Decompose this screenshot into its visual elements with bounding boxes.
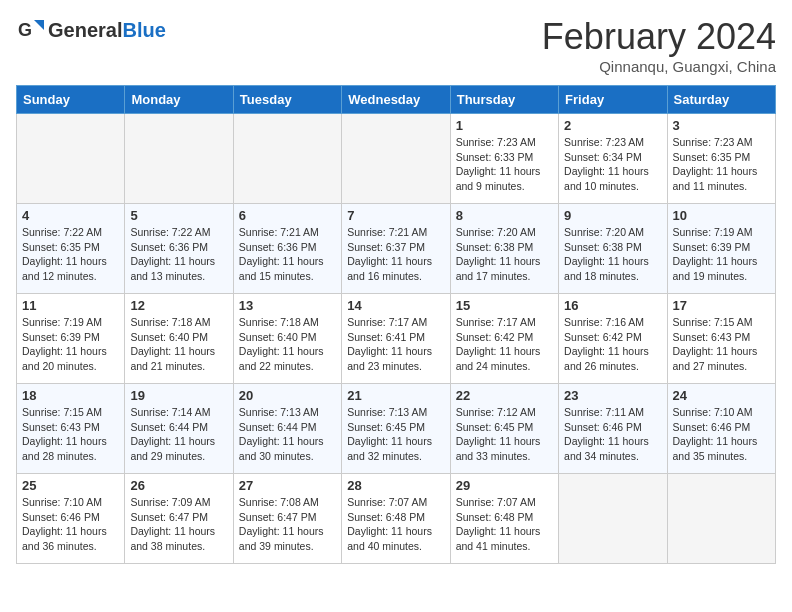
day-number: 29 <box>456 478 553 493</box>
day-number: 1 <box>456 118 553 133</box>
day-header-sunday: Sunday <box>17 86 125 114</box>
day-header-saturday: Saturday <box>667 86 775 114</box>
day-number: 10 <box>673 208 770 223</box>
calendar-cell: 17Sunrise: 7:15 AM Sunset: 6:43 PM Dayli… <box>667 294 775 384</box>
day-number: 18 <box>22 388 119 403</box>
header-row: SundayMondayTuesdayWednesdayThursdayFrid… <box>17 86 776 114</box>
svg-text:G: G <box>18 20 32 40</box>
day-number: 11 <box>22 298 119 313</box>
day-header-monday: Monday <box>125 86 233 114</box>
day-info: Sunrise: 7:08 AM Sunset: 6:47 PM Dayligh… <box>239 495 336 554</box>
calendar-cell: 3Sunrise: 7:23 AM Sunset: 6:35 PM Daylig… <box>667 114 775 204</box>
calendar-cell: 8Sunrise: 7:20 AM Sunset: 6:38 PM Daylig… <box>450 204 558 294</box>
calendar-cell: 11Sunrise: 7:19 AM Sunset: 6:39 PM Dayli… <box>17 294 125 384</box>
day-number: 22 <box>456 388 553 403</box>
day-info: Sunrise: 7:12 AM Sunset: 6:45 PM Dayligh… <box>456 405 553 464</box>
day-number: 6 <box>239 208 336 223</box>
week-row-3: 11Sunrise: 7:19 AM Sunset: 6:39 PM Dayli… <box>17 294 776 384</box>
day-info: Sunrise: 7:17 AM Sunset: 6:41 PM Dayligh… <box>347 315 444 374</box>
day-number: 9 <box>564 208 661 223</box>
day-number: 20 <box>239 388 336 403</box>
calendar-cell <box>233 114 341 204</box>
calendar-cell: 19Sunrise: 7:14 AM Sunset: 6:44 PM Dayli… <box>125 384 233 474</box>
calendar-cell: 20Sunrise: 7:13 AM Sunset: 6:44 PM Dayli… <box>233 384 341 474</box>
calendar-cell: 12Sunrise: 7:18 AM Sunset: 6:40 PM Dayli… <box>125 294 233 384</box>
day-info: Sunrise: 7:17 AM Sunset: 6:42 PM Dayligh… <box>456 315 553 374</box>
day-info: Sunrise: 7:22 AM Sunset: 6:35 PM Dayligh… <box>22 225 119 284</box>
calendar-cell <box>17 114 125 204</box>
week-row-2: 4Sunrise: 7:22 AM Sunset: 6:35 PM Daylig… <box>17 204 776 294</box>
calendar-cell: 28Sunrise: 7:07 AM Sunset: 6:48 PM Dayli… <box>342 474 450 564</box>
calendar-cell: 2Sunrise: 7:23 AM Sunset: 6:34 PM Daylig… <box>559 114 667 204</box>
header: G GeneralBlue February 2024 Qinnanqu, Gu… <box>16 16 776 75</box>
day-number: 4 <box>22 208 119 223</box>
day-number: 14 <box>347 298 444 313</box>
calendar-cell: 27Sunrise: 7:08 AM Sunset: 6:47 PM Dayli… <box>233 474 341 564</box>
day-info: Sunrise: 7:23 AM Sunset: 6:34 PM Dayligh… <box>564 135 661 194</box>
day-number: 21 <box>347 388 444 403</box>
calendar-cell: 6Sunrise: 7:21 AM Sunset: 6:36 PM Daylig… <box>233 204 341 294</box>
day-info: Sunrise: 7:21 AM Sunset: 6:37 PM Dayligh… <box>347 225 444 284</box>
logo-general-text: General <box>48 19 122 41</box>
day-info: Sunrise: 7:09 AM Sunset: 6:47 PM Dayligh… <box>130 495 227 554</box>
logo-icon: G <box>16 16 44 44</box>
day-number: 8 <box>456 208 553 223</box>
day-info: Sunrise: 7:13 AM Sunset: 6:45 PM Dayligh… <box>347 405 444 464</box>
day-info: Sunrise: 7:16 AM Sunset: 6:42 PM Dayligh… <box>564 315 661 374</box>
calendar-cell: 25Sunrise: 7:10 AM Sunset: 6:46 PM Dayli… <box>17 474 125 564</box>
day-info: Sunrise: 7:07 AM Sunset: 6:48 PM Dayligh… <box>456 495 553 554</box>
calendar-cell: 10Sunrise: 7:19 AM Sunset: 6:39 PM Dayli… <box>667 204 775 294</box>
day-header-wednesday: Wednesday <box>342 86 450 114</box>
day-number: 19 <box>130 388 227 403</box>
calendar-cell: 29Sunrise: 7:07 AM Sunset: 6:48 PM Dayli… <box>450 474 558 564</box>
day-number: 26 <box>130 478 227 493</box>
day-info: Sunrise: 7:19 AM Sunset: 6:39 PM Dayligh… <box>673 225 770 284</box>
day-number: 15 <box>456 298 553 313</box>
calendar-cell: 1Sunrise: 7:23 AM Sunset: 6:33 PM Daylig… <box>450 114 558 204</box>
calendar-cell: 7Sunrise: 7:21 AM Sunset: 6:37 PM Daylig… <box>342 204 450 294</box>
day-info: Sunrise: 7:20 AM Sunset: 6:38 PM Dayligh… <box>456 225 553 284</box>
calendar-cell: 21Sunrise: 7:13 AM Sunset: 6:45 PM Dayli… <box>342 384 450 474</box>
day-info: Sunrise: 7:22 AM Sunset: 6:36 PM Dayligh… <box>130 225 227 284</box>
day-number: 5 <box>130 208 227 223</box>
title-area: February 2024 Qinnanqu, Guangxi, China <box>542 16 776 75</box>
week-row-1: 1Sunrise: 7:23 AM Sunset: 6:33 PM Daylig… <box>17 114 776 204</box>
day-info: Sunrise: 7:10 AM Sunset: 6:46 PM Dayligh… <box>22 495 119 554</box>
day-number: 28 <box>347 478 444 493</box>
calendar-cell: 5Sunrise: 7:22 AM Sunset: 6:36 PM Daylig… <box>125 204 233 294</box>
svg-marker-1 <box>34 20 44 30</box>
week-row-4: 18Sunrise: 7:15 AM Sunset: 6:43 PM Dayli… <box>17 384 776 474</box>
day-number: 2 <box>564 118 661 133</box>
calendar-subtitle: Qinnanqu, Guangxi, China <box>542 58 776 75</box>
calendar-table: SundayMondayTuesdayWednesdayThursdayFrid… <box>16 85 776 564</box>
day-info: Sunrise: 7:18 AM Sunset: 6:40 PM Dayligh… <box>239 315 336 374</box>
day-info: Sunrise: 7:07 AM Sunset: 6:48 PM Dayligh… <box>347 495 444 554</box>
day-number: 24 <box>673 388 770 403</box>
day-header-tuesday: Tuesday <box>233 86 341 114</box>
day-info: Sunrise: 7:15 AM Sunset: 6:43 PM Dayligh… <box>22 405 119 464</box>
calendar-cell: 26Sunrise: 7:09 AM Sunset: 6:47 PM Dayli… <box>125 474 233 564</box>
day-number: 12 <box>130 298 227 313</box>
calendar-title: February 2024 <box>542 16 776 58</box>
day-header-friday: Friday <box>559 86 667 114</box>
calendar-cell: 18Sunrise: 7:15 AM Sunset: 6:43 PM Dayli… <box>17 384 125 474</box>
day-number: 16 <box>564 298 661 313</box>
calendar-cell: 4Sunrise: 7:22 AM Sunset: 6:35 PM Daylig… <box>17 204 125 294</box>
logo-blue-text: Blue <box>122 19 165 41</box>
day-header-thursday: Thursday <box>450 86 558 114</box>
day-number: 27 <box>239 478 336 493</box>
day-info: Sunrise: 7:23 AM Sunset: 6:33 PM Dayligh… <box>456 135 553 194</box>
day-info: Sunrise: 7:11 AM Sunset: 6:46 PM Dayligh… <box>564 405 661 464</box>
day-info: Sunrise: 7:10 AM Sunset: 6:46 PM Dayligh… <box>673 405 770 464</box>
logo: G GeneralBlue <box>16 16 166 44</box>
calendar-cell: 14Sunrise: 7:17 AM Sunset: 6:41 PM Dayli… <box>342 294 450 384</box>
calendar-cell: 13Sunrise: 7:18 AM Sunset: 6:40 PM Dayli… <box>233 294 341 384</box>
day-number: 7 <box>347 208 444 223</box>
day-info: Sunrise: 7:19 AM Sunset: 6:39 PM Dayligh… <box>22 315 119 374</box>
calendar-cell: 16Sunrise: 7:16 AM Sunset: 6:42 PM Dayli… <box>559 294 667 384</box>
day-info: Sunrise: 7:13 AM Sunset: 6:44 PM Dayligh… <box>239 405 336 464</box>
day-info: Sunrise: 7:20 AM Sunset: 6:38 PM Dayligh… <box>564 225 661 284</box>
day-number: 23 <box>564 388 661 403</box>
day-number: 25 <box>22 478 119 493</box>
calendar-cell: 9Sunrise: 7:20 AM Sunset: 6:38 PM Daylig… <box>559 204 667 294</box>
